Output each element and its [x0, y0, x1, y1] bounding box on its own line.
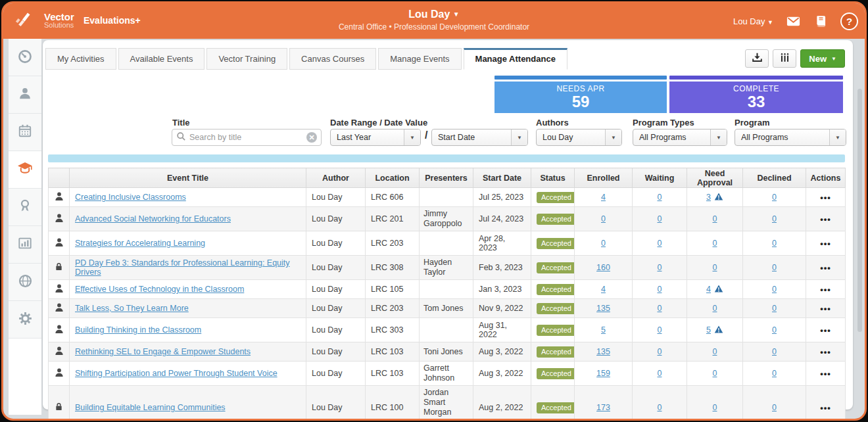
award-ribbon-icon	[18, 198, 32, 216]
tab-manage-attendance[interactable]: Manage Attendance	[464, 48, 567, 70]
declined-link[interactable]: 0	[772, 369, 777, 378]
waiting-link[interactable]: 0	[658, 347, 662, 356]
waiting-link[interactable]: 0	[658, 214, 662, 223]
tab-canvas-courses[interactable]: Canvas Courses	[289, 48, 376, 70]
row-actions-button[interactable]: •••	[820, 263, 831, 273]
enrolled-link[interactable]: 5	[601, 325, 606, 335]
sidebar-item-training[interactable]	[9, 151, 41, 189]
need-approval-link[interactable]: 5	[706, 325, 711, 335]
row-actions-button[interactable]: •••	[820, 239, 831, 248]
tab-my-activities[interactable]: My Activities	[45, 48, 116, 70]
enrolled-link[interactable]: 159	[596, 369, 610, 378]
need-approval-link[interactable]: 0	[713, 214, 717, 223]
declined-link[interactable]: 0	[772, 403, 777, 412]
program-types-select[interactable]: All Programs▼	[633, 129, 727, 146]
profile-menu[interactable]: Lou Day ▼	[733, 16, 773, 26]
status-badge: Accepted	[537, 238, 575, 249]
declined-link[interactable]: 0	[772, 214, 777, 223]
row-actions-button[interactable]: •••	[820, 193, 831, 202]
new-button[interactable]: New▼	[800, 49, 845, 68]
sidebar-item-dashboard[interactable]	[9, 39, 41, 76]
row-actions-button[interactable]: •••	[820, 369, 831, 379]
sidebar-item-community[interactable]	[9, 264, 41, 301]
vertical-scrollbar[interactable]	[857, 89, 862, 332]
clear-search-icon[interactable]: ✕	[306, 132, 317, 143]
enrolled-link[interactable]: 135	[596, 347, 610, 356]
waiting-link[interactable]: 0	[658, 193, 662, 202]
waiting-link[interactable]: 0	[658, 263, 662, 272]
date-value-select[interactable]: Start Date▼	[431, 129, 528, 146]
title-search-input[interactable]	[189, 133, 303, 142]
need-approval-link[interactable]: 0	[713, 304, 717, 313]
waiting-link[interactable]: 0	[658, 285, 662, 294]
book-icon[interactable]	[813, 13, 829, 29]
event-title-link[interactable]: Advanced Social Networking for Educators	[75, 214, 231, 223]
enrolled-link[interactable]: 4	[601, 193, 606, 202]
need-approval-link[interactable]: 3	[706, 193, 711, 202]
declined-link[interactable]: 0	[772, 325, 777, 335]
row-actions-button[interactable]: •••	[820, 285, 831, 294]
need-approval-link[interactable]: 0	[713, 263, 717, 272]
lock-icon	[55, 404, 63, 413]
row-actions-button[interactable]: •••	[820, 403, 831, 413]
declined-link[interactable]: 0	[772, 263, 777, 272]
need-approval-link[interactable]: 0	[713, 347, 717, 356]
table-header-row: Event TitleAuthorLocationPresentersStart…	[49, 168, 846, 188]
column-header: Waiting	[633, 168, 687, 188]
declined-link[interactable]: 0	[772, 285, 777, 294]
sidebar-item-reports[interactable]	[9, 226, 41, 264]
sidebar-item-people[interactable]	[9, 76, 41, 114]
enrolled-link[interactable]: 0	[601, 214, 606, 223]
sidebar-item-credentials[interactable]	[9, 189, 41, 226]
need-approval-link[interactable]: 0	[713, 369, 717, 378]
date-range-select[interactable]: Last Year▼	[330, 129, 421, 146]
waiting-link[interactable]: 0	[658, 325, 662, 335]
row-actions-button[interactable]: •••	[820, 304, 831, 314]
declined-link[interactable]: 0	[772, 193, 777, 202]
tab-vector-training[interactable]: Vector Training	[206, 48, 287, 70]
event-title-link[interactable]: Building Thinking in the Classroom	[75, 325, 201, 335]
stat-complete[interactable]: COMPLETE 33	[669, 76, 843, 113]
declined-link[interactable]: 0	[772, 239, 777, 248]
event-title-link[interactable]: Strategies for Accelerating Learning	[75, 239, 205, 248]
sidebar-item-calendar[interactable]	[9, 114, 41, 151]
enrolled-link[interactable]: 0	[601, 239, 606, 248]
row-actions-button[interactable]: •••	[820, 347, 831, 357]
row-actions-button[interactable]: •••	[820, 214, 831, 224]
enrolled-link[interactable]: 173	[596, 403, 610, 412]
horizontal-scroll-indicator[interactable]	[48, 154, 845, 162]
sidebar-item-settings[interactable]	[9, 301, 41, 339]
tab-manage-events[interactable]: Manage Events	[378, 48, 461, 70]
columns-button[interactable]	[773, 49, 796, 68]
stat-needs-approval[interactable]: NEEDS APR 59	[494, 76, 667, 113]
download-button[interactable]	[745, 49, 769, 68]
event-title-link[interactable]: Rethinking SEL to Engage & Empower Stude…	[75, 347, 251, 356]
enrolled-link[interactable]: 160	[596, 263, 610, 272]
status-badge: Accepted	[537, 346, 575, 358]
waiting-link[interactable]: 0	[658, 304, 662, 313]
event-title-link[interactable]: Shifting Participation and Power Through…	[75, 369, 277, 378]
authors-select[interactable]: Lou Day▼	[536, 129, 622, 146]
tab-available-events[interactable]: Available Events	[118, 48, 205, 70]
declined-link[interactable]: 0	[772, 304, 777, 313]
event-title-link[interactable]: Effective Uses of Technology in the Clas…	[75, 285, 244, 294]
event-title-link[interactable]: Building Equitable Learning Communities	[75, 403, 226, 412]
need-approval-link[interactable]: 4	[706, 285, 711, 294]
waiting-link[interactable]: 0	[658, 403, 662, 412]
events-table: Event TitleAuthorLocationPresentersStart…	[48, 168, 845, 421]
help-icon[interactable]: ?	[840, 12, 858, 30]
program-select[interactable]: All Programs▼	[735, 129, 846, 146]
app-window: Vector Solutions Evaluations+ Lou Day ▼ …	[1, 1, 867, 421]
waiting-link[interactable]: 0	[658, 369, 662, 378]
event-title-link[interactable]: Creating Inclusive Classrooms	[75, 193, 186, 202]
row-actions-button[interactable]: •••	[820, 325, 831, 335]
enrolled-link[interactable]: 135	[596, 304, 610, 313]
need-approval-link[interactable]: 0	[713, 403, 717, 412]
event-title-link[interactable]: Talk Less, So They Learn More	[75, 304, 189, 313]
envelope-icon[interactable]	[785, 13, 801, 29]
waiting-link[interactable]: 0	[658, 239, 662, 248]
need-approval-link[interactable]: 0	[713, 239, 717, 248]
enrolled-link[interactable]: 4	[601, 285, 606, 294]
event-title-link[interactable]: PD Day Feb 3: Standards for Professional…	[75, 258, 290, 277]
declined-link[interactable]: 0	[772, 347, 777, 356]
